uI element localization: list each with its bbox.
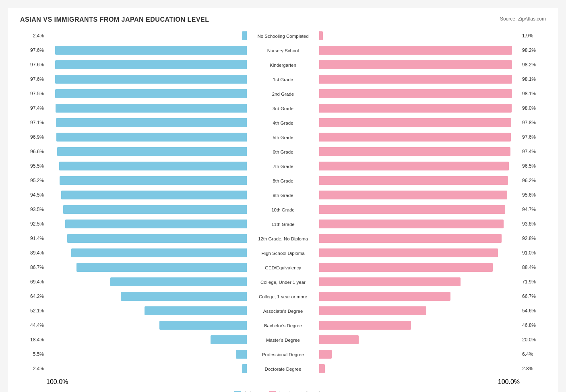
center-label-12: 10th Grade (270, 207, 296, 213)
bar-row: 92.5% 11th Grade 93.8% (20, 218, 546, 230)
bar-blue-20 (159, 321, 247, 330)
bar-blue-19 (145, 306, 247, 315)
bar-blue-12 (63, 205, 247, 214)
bar-pink-16 (319, 263, 493, 272)
right-value-18: 66.7% (520, 293, 546, 299)
row-inner-8: 96.6% 6th Grade 97.4% (20, 145, 546, 158)
right-value-6: 97.8% (520, 120, 546, 125)
bar-blue-17 (110, 277, 247, 286)
left-value-21: 18.4% (20, 337, 46, 343)
center-label-15: High School Diploma (260, 250, 306, 256)
row-inner-1: 97.6% Nursery School 98.2% (20, 44, 546, 57)
bar-blue-15 (71, 248, 247, 257)
bars-left-22 (46, 348, 247, 361)
bar-row: 86.7% GED/Equivalency 88.4% (20, 261, 546, 274)
bars-left-9 (46, 160, 247, 172)
bar-pink-7 (319, 133, 511, 142)
bars-right-22 (319, 348, 520, 361)
right-value-9: 96.5% (520, 163, 546, 169)
center-label-9: 7th Grade (271, 164, 295, 169)
bars-left-8 (46, 145, 247, 158)
bars-left-12 (46, 203, 247, 216)
center-label-10: 8th Grade (271, 178, 295, 184)
center-label-wrap-6: 4th Grade (247, 119, 319, 126)
row-inner-10: 95.2% 8th Grade 96.2% (20, 174, 546, 187)
bar-row: 69.4% College, Under 1 year 71.9% (20, 275, 546, 288)
center-label-wrap-3: 1st Grade (247, 76, 319, 83)
legend: Asian Immigrants from Japan (20, 390, 546, 392)
legend-japan-label: Immigrants from Japan (279, 390, 332, 392)
right-value-17: 71.9% (520, 279, 546, 285)
center-label-wrap-11: 9th Grade (247, 191, 319, 199)
legend-asian: Asian (234, 390, 257, 392)
left-value-15: 89.4% (20, 250, 46, 256)
left-value-22: 5.5% (20, 351, 46, 357)
bar-row: 95.2% 8th Grade 96.2% (20, 174, 546, 187)
left-value-9: 95.5% (20, 163, 46, 169)
left-value-10: 95.2% (20, 178, 46, 183)
center-label-wrap-17: College, Under 1 year (247, 278, 319, 285)
center-label-wrap-14: 12th Grade, No Diploma (247, 235, 319, 242)
row-inner-21: 18.4% Master's Degree 20.0% (20, 333, 546, 346)
row-inner-9: 95.5% 7th Grade 96.5% (20, 160, 546, 172)
center-label-16: GED/Equivalency (263, 265, 303, 271)
right-value-12: 94.7% (520, 207, 546, 212)
bars-left-7 (46, 131, 247, 144)
bar-row: 52.1% Associate's Degree 54.6% (20, 304, 546, 317)
center-label-wrap-22: Professional Degree (247, 351, 319, 358)
row-inner-0: 2.4% No Schooling Completed 1.9% (20, 29, 546, 42)
bar-pink-23 (319, 364, 325, 373)
right-value-16: 88.4% (520, 265, 546, 270)
bar-row: 97.1% 4th Grade 97.8% (20, 116, 546, 129)
bar-blue-8 (57, 147, 247, 156)
bar-blue-7 (56, 133, 247, 142)
bar-pink-1 (319, 46, 512, 55)
center-label-wrap-16: GED/Equivalency (247, 264, 319, 271)
bars-left-17 (46, 275, 247, 288)
bar-pink-9 (319, 162, 509, 170)
bar-row: 2.4% No Schooling Completed 1.9% (20, 29, 546, 42)
bars-right-1 (319, 44, 520, 57)
left-value-12: 93.5% (20, 207, 46, 212)
bar-pink-15 (319, 248, 498, 257)
center-label-7: 5th Grade (271, 135, 295, 140)
left-value-5: 97.4% (20, 105, 46, 111)
right-value-0: 1.9% (520, 33, 546, 39)
bar-pink-19 (319, 306, 426, 315)
bar-row: 96.6% 6th Grade 97.4% (20, 145, 546, 158)
bar-blue-9 (59, 162, 247, 170)
center-label-wrap-19: Associate's Degree (247, 307, 319, 314)
chart-title: ASIAN VS IMMIGRANTS FROM JAPAN EDUCATION… (20, 16, 546, 23)
bar-pink-12 (319, 205, 505, 214)
center-label-wrap-2: Kindergarten (247, 61, 319, 68)
bars-right-0 (319, 29, 520, 42)
center-label-wrap-8: 6th Grade (247, 148, 319, 155)
right-value-15: 91.0% (520, 250, 546, 256)
bar-blue-18 (121, 292, 247, 301)
bar-blue-5 (56, 104, 247, 113)
bars-left-5 (46, 102, 247, 115)
bar-blue-13 (65, 220, 247, 228)
row-inner-3: 97.6% 1st Grade 98.1% (20, 73, 546, 86)
bar-pink-22 (319, 350, 332, 359)
center-label-wrap-12: 10th Grade (247, 206, 319, 213)
bars-right-9 (319, 160, 520, 172)
bars-left-6 (46, 116, 247, 129)
bar-row: 97.5% 2nd Grade 98.1% (20, 87, 546, 100)
legend-blue-box (234, 391, 241, 392)
center-label-14: 12th Grade, No Diploma (256, 236, 310, 242)
right-value-5: 98.0% (520, 105, 546, 111)
right-value-22: 6.4% (520, 351, 546, 357)
right-value-4: 98.1% (520, 91, 546, 96)
source-label: Source: ZipAtlas.com (500, 16, 546, 22)
center-label-wrap-1: Nursery School (247, 47, 319, 54)
bars-right-4 (319, 87, 520, 100)
bars-right-17 (319, 275, 520, 288)
bars-left-19 (46, 304, 247, 317)
bar-pink-17 (319, 277, 461, 286)
center-label-4: 2nd Grade (271, 91, 295, 97)
row-inner-5: 97.4% 3rd Grade 98.0% (20, 102, 546, 115)
bars-left-10 (46, 174, 247, 187)
row-inner-12: 93.5% 10th Grade 94.7% (20, 203, 546, 216)
center-label-2: Kindergarten (268, 62, 298, 68)
